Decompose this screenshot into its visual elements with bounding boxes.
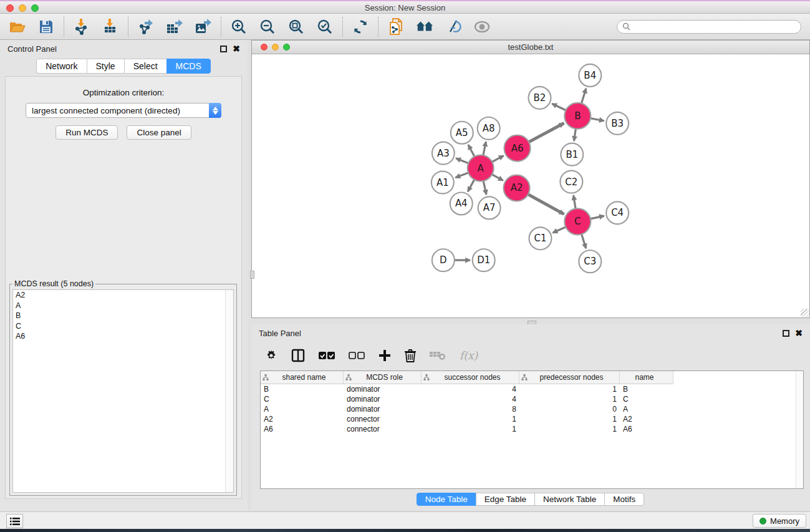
import-network-icon[interactable] [73,18,90,36]
tab-node-table[interactable]: Node Table [417,493,476,506]
table-row[interactable]: Adominator80A [261,404,803,414]
delete-table-icon[interactable] [430,351,446,360]
graph-node-C4[interactable]: C4 [606,201,629,224]
result-scrollbar[interactable] [225,290,233,492]
result-list-item[interactable]: A [13,301,233,311]
zoom-fit-icon[interactable] [287,18,305,36]
export-image-icon[interactable] [195,18,212,36]
table-row[interactable]: Cdominator41C [261,394,803,404]
eye-icon[interactable] [473,18,491,36]
graph-node-B2[interactable]: B2 [529,87,551,109]
tab-network-table[interactable]: Network Table [534,493,605,506]
task-list-button[interactable] [6,514,23,528]
tab-style[interactable]: Style [87,59,125,74]
graph-node-C3[interactable]: C3 [579,250,601,273]
graph-node-A[interactable]: A [468,155,494,181]
table-row[interactable]: Bdominator41B [261,384,803,394]
function-builder-icon[interactable]: f(x) [460,349,478,362]
table-row[interactable]: A6connector11A6 [261,424,803,434]
graph-node-A8[interactable]: A8 [478,117,500,140]
criterion-dropdown[interactable]: largest connected component (directed) [26,103,221,118]
zoom-out-icon[interactable] [259,18,276,36]
column-header-MCDS-role[interactable]: MCDS role [344,371,422,384]
graph-node-D1[interactable]: D1 [473,249,495,271]
table-row[interactable]: A2connector11A2 [261,414,803,424]
status-bar: Memory [0,511,810,529]
window-title: Session: New Session [0,3,810,12]
save-icon[interactable] [37,18,55,36]
graph-node-A6[interactable]: A6 [504,135,531,162]
graph-node-A7[interactable]: A7 [478,196,501,219]
left-divider-handle[interactable] [250,271,254,279]
float-panel-icon[interactable] [220,46,227,52]
graph-node-B3[interactable]: B3 [606,112,629,135]
new-network-from-selection-icon[interactable] [387,18,405,36]
table-panel-tabs: Node TableEdge TableNetwork TableMotifs [251,493,810,506]
tab-mcds[interactable]: MCDS [166,59,211,74]
close-panel-button[interactable]: Close panel [127,125,191,140]
svg-text:A: A [478,163,485,174]
table-scrollbar[interactable] [796,371,803,488]
memory-button[interactable]: Memory [753,514,806,528]
search-input[interactable] [634,22,796,31]
table-cell: 1 [519,394,620,404]
show-columns-icon[interactable] [319,351,335,360]
open-folder-icon[interactable] [9,18,26,36]
graph-node-C[interactable]: C [564,208,591,235]
graph-node-C2[interactable]: C2 [560,171,582,193]
resize-grip-icon[interactable] [801,309,809,317]
svg-text:B4: B4 [584,70,596,81]
graph-node-B4[interactable]: B4 [579,64,601,87]
table-cell: A2 [261,414,344,424]
column-header-successor-nodes[interactable]: successor nodes [422,371,519,384]
zoom-selected-icon[interactable] [316,18,334,36]
add-icon[interactable] [378,349,391,362]
network-close-button[interactable] [261,44,268,51]
delete-icon[interactable] [405,349,416,362]
tab-select[interactable]: Select [124,59,167,74]
graph-node-B1[interactable]: B1 [561,143,583,166]
refresh-icon[interactable] [352,18,369,36]
gear-icon[interactable] [265,349,277,362]
svg-text:D: D [440,254,447,266]
graph-node-A1[interactable]: A1 [432,172,454,194]
column-header-shared-name[interactable]: shared name [261,371,344,384]
result-list-item[interactable]: C [13,321,233,332]
svg-text:C: C [574,216,581,227]
hide-columns-icon[interactable] [349,351,365,360]
network-window-titlebar[interactable]: testGlobe.txt [252,41,809,54]
float-table-panel-icon[interactable] [783,330,789,337]
close-panel-icon[interactable]: ✖ [233,46,240,52]
export-network-icon[interactable] [137,18,155,36]
run-mcds-button[interactable]: Run MCDS [55,125,118,140]
network-minimize-button[interactable] [272,44,279,51]
graph-node-A2[interactable]: A2 [504,175,530,201]
column-header-predecessor-nodes[interactable]: predecessor nodes [519,371,620,384]
graph-node-C1[interactable]: C1 [529,227,552,249]
mcds-tab-panel: Optimization criterion: largest connecte… [5,76,242,499]
network-canvas[interactable]: B4B2BB3B1A5A8A6A3AA1A2A4A7C2C4CC1C3DD1 [253,55,809,317]
graph-node-A3[interactable]: A3 [432,142,455,165]
result-list-item[interactable]: A2 [13,290,233,301]
export-table-icon[interactable] [166,18,183,36]
column-header-label: predecessor nodes [528,373,619,382]
tab-edge-table[interactable]: Edge Table [476,493,535,506]
graph-node-D[interactable]: D [432,249,455,271]
import-table-icon[interactable] [102,18,119,36]
graph-node-A4[interactable]: A4 [450,192,473,215]
home-icon[interactable] [416,18,433,36]
close-table-panel-icon[interactable]: ✖ [795,330,803,337]
result-list-item[interactable]: A6 [13,331,233,342]
graph-node-A5[interactable]: A5 [451,122,473,144]
column-header-name[interactable]: name [620,371,673,384]
hide-labels-icon[interactable] [445,18,462,36]
table-cell: A6 [261,424,344,434]
search-field[interactable] [617,20,801,34]
result-list-item[interactable]: B [13,311,233,321]
graph-node-B[interactable]: B [564,103,591,129]
zoom-in-icon[interactable] [230,18,248,36]
network-zoom-button[interactable] [283,44,290,51]
tab-network[interactable]: Network [36,59,87,74]
tab-motifs[interactable]: Motifs [604,493,644,506]
split-columns-icon[interactable] [291,349,305,362]
